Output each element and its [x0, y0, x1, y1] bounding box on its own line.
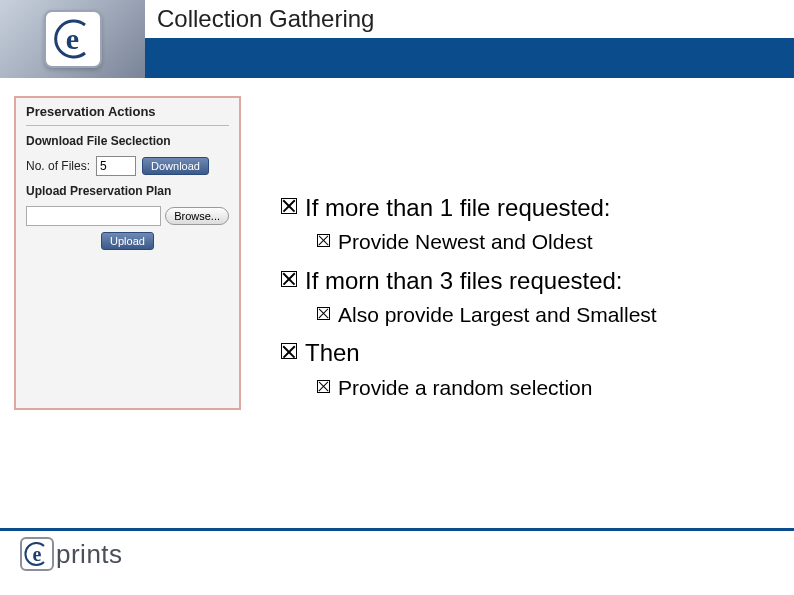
- logo-arc-icon: [22, 539, 52, 569]
- sub-bullet-text: Provide Newest and Oldest: [338, 228, 592, 256]
- bullet-text: Then: [305, 337, 360, 369]
- header-right: Collection Gathering: [145, 0, 794, 78]
- slide-content: Preservation Actions Download File Secle…: [0, 78, 794, 410]
- slide-footer: e prints: [0, 528, 794, 571]
- footer-brand-text: prints: [56, 539, 123, 570]
- page-title: Collection Gathering: [145, 0, 794, 38]
- xbox-bullet-icon: [281, 343, 297, 359]
- num-files-input[interactable]: [96, 156, 136, 176]
- logo-letter: e: [66, 22, 79, 56]
- bullet-list: If more than 1 file requested: Provide N…: [281, 192, 657, 410]
- footer-logo-badge: e: [20, 537, 54, 571]
- bullet-item: Then: [281, 337, 657, 369]
- num-files-row: No. of Files: Download: [26, 156, 229, 176]
- xbox-bullet-icon: [317, 307, 330, 320]
- download-button[interactable]: Download: [142, 157, 209, 175]
- file-path-input[interactable]: [26, 206, 161, 226]
- bullet-item: If morn than 3 files requested:: [281, 265, 657, 297]
- panel-title: Preservation Actions: [26, 104, 229, 126]
- xbox-bullet-icon: [281, 198, 297, 214]
- title-accent-bar: [145, 38, 794, 78]
- eprints-logo: e prints: [20, 537, 794, 571]
- num-files-label: No. of Files:: [26, 159, 90, 173]
- upload-button[interactable]: Upload: [101, 232, 154, 250]
- browse-row: Browse...: [26, 206, 229, 226]
- slide-header: e Collection Gathering: [0, 0, 794, 78]
- sub-bullet-item: Also provide Largest and Smallest: [317, 301, 657, 329]
- bullet-text: If more than 1 file requested:: [305, 192, 611, 224]
- xbox-bullet-icon: [317, 234, 330, 247]
- download-section-title: Download File Seclection: [26, 134, 229, 148]
- bullet-item: If more than 1 file requested:: [281, 192, 657, 224]
- header-logo-area: e: [0, 0, 145, 78]
- xbox-bullet-icon: [317, 380, 330, 393]
- browse-button[interactable]: Browse...: [165, 207, 229, 225]
- bullet-text: If morn than 3 files requested:: [305, 265, 623, 297]
- sub-bullet-item: Provide a random selection: [317, 374, 657, 402]
- sub-bullet-text: Provide a random selection: [338, 374, 592, 402]
- xbox-bullet-icon: [281, 271, 297, 287]
- preservation-panel: Preservation Actions Download File Secle…: [14, 96, 241, 410]
- sub-bullet-text: Also provide Largest and Smallest: [338, 301, 657, 329]
- upload-section-title: Upload Preservation Plan: [26, 184, 229, 198]
- sub-bullet-item: Provide Newest and Oldest: [317, 228, 657, 256]
- logo-box: e: [44, 10, 102, 68]
